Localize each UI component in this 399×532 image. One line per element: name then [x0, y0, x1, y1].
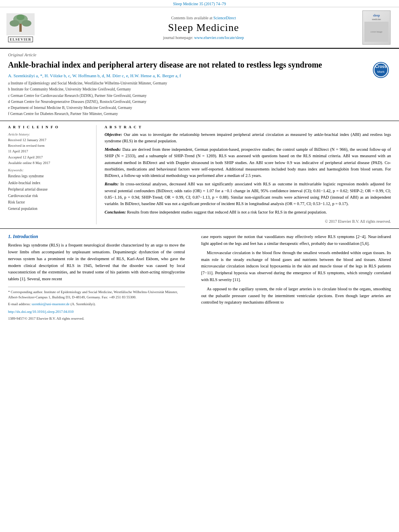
article-dates: Received 12 January 2017 Received in rev…: [8, 137, 88, 166]
results-label: Results:: [105, 182, 119, 186]
article-type: Original Article: [0, 49, 399, 58]
keyword-6: General population: [8, 205, 88, 212]
journal-ref-text: Sleep Medicine 35 (2017) 74–79: [173, 2, 226, 6]
homepage-prefix: journal homepage:: [163, 35, 194, 40]
journal-header: ELSEVIER Contents lists available at Sci…: [0, 7, 399, 49]
footnote-email-line: E-mail address: szentkir@uni-muenster.de…: [8, 302, 185, 307]
article-title: Ankle-brachial index and peripheral arte…: [8, 60, 363, 70]
right-p2-text: Microvascular circulation is the blood f…: [201, 251, 391, 282]
affiliation-d: d German Centre for Neurodegenerative Di…: [8, 99, 363, 105]
body-right-text: case reports support the notion that vas…: [201, 234, 391, 306]
body-section: 1. Introduction Restless legs syndrome (…: [0, 229, 399, 322]
methods-text: Data are derived from three independent,…: [105, 147, 391, 178]
svg-point-3: [22, 20, 31, 27]
footnote-email-suffix: (A. Szentkirályi).: [70, 302, 96, 306]
svg-text:Mark: Mark: [377, 70, 385, 74]
abstract-section: A B S T R A C T Objective: Our aim was t…: [97, 125, 391, 225]
article-info: A R T I C L E I N F O Article history: R…: [8, 125, 97, 225]
right-p3: As opposed to the capillary system, the …: [201, 286, 391, 306]
received-revised-label: Received in revised form: [8, 143, 88, 148]
homepage-link[interactable]: www.elsevier.com/locate/sleep: [194, 35, 244, 40]
authors: A. Szentkirályi a, *, H. Völzke b, c, W.…: [8, 73, 363, 78]
keyword-4: Cardiovascular risk: [8, 193, 88, 199]
right-p1-text: case reports support the notion that vas…: [201, 234, 391, 246]
elsevier-brand-text: ELSEVIER: [8, 37, 33, 42]
intro-p1-text: Restless legs syndrome (RLS) is a freque…: [8, 243, 185, 281]
objective-text: Our aim was to investigate the relations…: [105, 132, 391, 143]
keywords-list: Restless legs syndrome Ankle-brachial in…: [8, 173, 88, 212]
affiliations: a Institute of Epidemiology and Social M…: [8, 80, 363, 117]
affiliation-a: a Institute of Epidemiology and Social M…: [8, 80, 363, 86]
footnote-corresponding: * Corresponding author. Institute of Epi…: [8, 290, 185, 300]
crossmark-section: Cross Mark: [371, 60, 391, 117]
footnote-doi: http://dx.doi.org/10.1016/j.sleep.2017.0…: [8, 309, 185, 315]
journal-title-section: Contents lists available at ScienceDirec…: [47, 10, 360, 45]
sciencedirect-line: Contents lists available at ScienceDirec…: [171, 16, 236, 20]
section1-title: 1. Introduction: [8, 234, 185, 240]
article-info-abstract-section: A R T I C L E I N F O Article history: R…: [0, 121, 399, 229]
conclusion-label: Conclusion:: [105, 210, 126, 214]
svg-point-5: [16, 14, 25, 20]
abstract-text: Objective: Our aim was to investigate th…: [105, 131, 391, 225]
svg-rect-4: [19, 24, 22, 32]
footnote-email-link[interactable]: szentkir@uni-muenster.de: [31, 302, 70, 306]
affiliation-e: e Department of Internal Medicine B, Uni…: [8, 105, 363, 111]
accepted-date: Accepted 12 April 2017: [8, 154, 88, 160]
conclusion-text: Results from three independent studies s…: [127, 210, 327, 214]
methods-label: Methods:: [105, 147, 121, 152]
abstract-title: A B S T R A C T: [105, 125, 391, 129]
journal-homepage-line: journal homepage: www.elsevier.com/locat…: [163, 35, 244, 40]
abstract-results: Results: In cross-sectional analyses, de…: [105, 181, 391, 207]
footnote-issn: 1389-9457/© 2017 Elsevier B.V. All right…: [8, 316, 185, 322]
sciencedirect-prefix: Contents lists available at: [171, 16, 213, 20]
svg-point-2: [10, 20, 19, 27]
elsevier-logo: ELSEVIER: [6, 13, 35, 42]
right-p3-text: As opposed to the capillary system, the …: [201, 287, 391, 305]
intro-paragraph: Restless legs syndrome (RLS) is a freque…: [8, 242, 185, 283]
keyword-5: Risk factor: [8, 199, 88, 205]
objective-label: Objective:: [105, 132, 122, 137]
revised-date: 11 April 2017: [8, 148, 88, 154]
right-p1: case reports support the notion that vas…: [201, 234, 391, 247]
body-left-text: Restless legs syndrome (RLS) is a freque…: [8, 242, 185, 283]
keyword-3: Peripheral arterial disease: [8, 186, 88, 193]
body-right-column: case reports support the notion that vas…: [193, 234, 391, 322]
elsevier-tree-image: [6, 13, 35, 35]
copyright-line: © 2017 Elsevier B.V. All rights reserved…: [105, 218, 391, 225]
body-left-column: 1. Introduction Restless legs syndrome (…: [8, 234, 193, 322]
crossmark-icon: Cross Mark: [372, 62, 389, 78]
keyword-1: Restless legs syndrome: [8, 173, 88, 179]
journal-reference: Sleep Medicine 35 (2017) 74–79: [0, 0, 399, 7]
journal-thumbnail: sleep medicine cover image: [362, 10, 391, 45]
affiliation-f: f German Centre for Diabetes Research, P…: [8, 111, 363, 117]
abstract-conclusion: Conclusion: Results from three independe…: [105, 209, 391, 216]
article-info-title: A R T I C L E I N F O: [8, 125, 88, 129]
sciencedirect-link[interactable]: ScienceDirect: [213, 16, 236, 20]
history-label: Article history:: [8, 132, 88, 136]
journal-thumbnail-section: sleep medicine cover image: [360, 10, 393, 45]
keyword-2: Ankle-brachial index: [8, 180, 88, 186]
affiliation-c: c German Centre for Cardiovascular Resea…: [8, 93, 363, 99]
journal-title: Sleep Medicine: [168, 22, 239, 34]
results-text: In cross-sectional analyses, decreased A…: [105, 182, 391, 206]
received-date: Received 12 January 2017: [8, 137, 88, 143]
doi-link[interactable]: http://dx.doi.org/10.1016/j.sleep.2017.0…: [8, 310, 74, 314]
article-title-section: Ankle-brachial index and peripheral arte…: [8, 60, 371, 117]
right-p2: Microvascular circulation is the blood f…: [201, 250, 391, 283]
affiliation-b: b Institute for Community Medicine, Univ…: [8, 86, 363, 92]
abstract-methods: Methods: Data are derived from three ind…: [105, 146, 391, 179]
keywords-label: Keywords:: [8, 168, 88, 172]
footnote-email-label: E-mail address:: [8, 302, 31, 306]
article-main-header: Ankle-brachial index and peripheral arte…: [0, 58, 399, 121]
footnote-section: * Corresponding author. Institute of Epi…: [8, 287, 185, 322]
available-date: Available online 8 May 2017: [8, 160, 88, 166]
abstract-objective: Objective: Our aim was to investigate th…: [105, 131, 391, 145]
svg-text:Cross: Cross: [375, 64, 387, 69]
elsevier-logo-section: ELSEVIER: [6, 10, 47, 45]
